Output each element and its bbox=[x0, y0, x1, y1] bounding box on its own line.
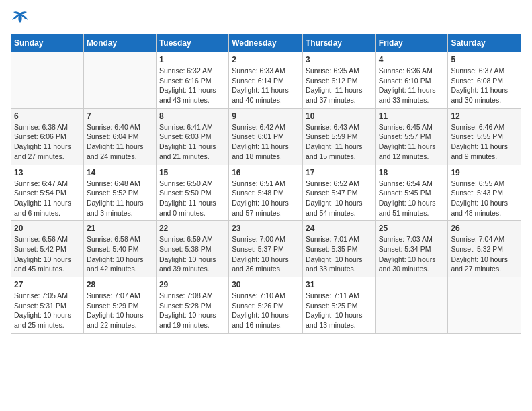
calendar-cell: 4 Sunrise: 6:36 AM Sunset: 6:10 PM Dayli… bbox=[375, 52, 448, 109]
sunset: Sunset: 5:43 PM bbox=[451, 189, 503, 197]
daylight: Daylight: 11 hours and 33 minutes. bbox=[379, 86, 436, 104]
sunset: Sunset: 5:32 PM bbox=[451, 245, 503, 253]
calendar-cell: 20 Sunrise: 6:56 AM Sunset: 5:42 PM Dayl… bbox=[11, 221, 84, 277]
calendar-week-row: 27 Sunrise: 7:05 AM Sunset: 5:31 PM Dayl… bbox=[11, 277, 521, 334]
day-number: 27 bbox=[14, 280, 81, 289]
sunrise: Sunrise: 6:47 AM bbox=[14, 179, 68, 187]
daylight: Daylight: 10 hours and 30 minutes. bbox=[379, 255, 436, 273]
sunset: Sunset: 6:12 PM bbox=[306, 77, 358, 85]
day-header: Saturday bbox=[448, 34, 521, 52]
calendar-table: SundayMondayTuesdayWednesdayThursdayFrid… bbox=[11, 34, 521, 334]
day-number: 5 bbox=[451, 55, 518, 64]
day-number: 26 bbox=[451, 224, 518, 233]
sunset: Sunset: 5:35 PM bbox=[306, 245, 358, 253]
calendar-cell: 10 Sunrise: 6:43 AM Sunset: 5:59 PM Dayl… bbox=[302, 108, 375, 165]
cell-content: Sunrise: 6:43 AM Sunset: 5:59 PM Dayligh… bbox=[306, 122, 373, 162]
day-number: 18 bbox=[379, 168, 445, 177]
daylight: Daylight: 11 hours and 30 minutes. bbox=[451, 86, 508, 104]
sunset: Sunset: 5:37 PM bbox=[232, 245, 284, 253]
sunset: Sunset: 5:45 PM bbox=[379, 189, 431, 197]
sunrise: Sunrise: 6:56 AM bbox=[14, 235, 68, 243]
daylight: Daylight: 10 hours and 42 minutes. bbox=[87, 255, 144, 273]
cell-content: Sunrise: 6:38 AM Sunset: 6:06 PM Dayligh… bbox=[14, 122, 81, 162]
daylight: Daylight: 11 hours and 0 minutes. bbox=[159, 199, 216, 217]
cell-content: Sunrise: 6:46 AM Sunset: 5:55 PM Dayligh… bbox=[451, 122, 518, 162]
logo bbox=[11, 11, 32, 26]
calendar-cell: 24 Sunrise: 7:01 AM Sunset: 5:35 PM Dayl… bbox=[302, 221, 375, 277]
sunset: Sunset: 6:03 PM bbox=[159, 132, 212, 140]
calendar-cell: 18 Sunrise: 6:54 AM Sunset: 5:45 PM Dayl… bbox=[375, 165, 448, 221]
calendar-cell: 15 Sunrise: 6:50 AM Sunset: 5:50 PM Dayl… bbox=[156, 165, 228, 221]
sunrise: Sunrise: 6:37 AM bbox=[451, 66, 504, 75]
cell-content: Sunrise: 6:50 AM Sunset: 5:50 PM Dayligh… bbox=[159, 179, 226, 218]
daylight: Daylight: 10 hours and 54 minutes. bbox=[306, 199, 363, 217]
cell-content: Sunrise: 7:03 AM Sunset: 5:34 PM Dayligh… bbox=[379, 234, 445, 274]
sunset: Sunset: 6:01 PM bbox=[232, 132, 284, 140]
cell-content: Sunrise: 6:56 AM Sunset: 5:42 PM Dayligh… bbox=[14, 234, 81, 274]
day-number: 7 bbox=[87, 111, 153, 121]
calendar-cell: 8 Sunrise: 6:41 AM Sunset: 6:03 PM Dayli… bbox=[156, 108, 228, 165]
sunrise: Sunrise: 6:46 AM bbox=[451, 123, 504, 131]
calendar-cell: 12 Sunrise: 6:46 AM Sunset: 5:55 PM Dayl… bbox=[448, 108, 521, 165]
day-number: 23 bbox=[232, 224, 300, 233]
calendar-cell: 11 Sunrise: 6:45 AM Sunset: 5:57 PM Dayl… bbox=[375, 108, 448, 165]
sunset: Sunset: 6:06 PM bbox=[14, 132, 66, 140]
calendar-cell: 13 Sunrise: 6:47 AM Sunset: 5:54 PM Dayl… bbox=[11, 165, 84, 221]
daylight: Daylight: 10 hours and 16 minutes. bbox=[232, 311, 289, 329]
cell-content: Sunrise: 7:07 AM Sunset: 5:29 PM Dayligh… bbox=[87, 291, 153, 330]
calendar-cell: 6 Sunrise: 6:38 AM Sunset: 6:06 PM Dayli… bbox=[11, 108, 84, 165]
day-number: 22 bbox=[159, 224, 226, 233]
daylight: Daylight: 11 hours and 15 minutes. bbox=[306, 142, 363, 161]
day-number: 14 bbox=[87, 168, 153, 177]
calendar-cell: 5 Sunrise: 6:37 AM Sunset: 6:08 PM Dayli… bbox=[448, 52, 521, 109]
day-number: 19 bbox=[451, 168, 518, 177]
day-header: Friday bbox=[375, 34, 448, 52]
sunrise: Sunrise: 6:51 AM bbox=[232, 179, 285, 187]
cell-content: Sunrise: 7:11 AM Sunset: 5:25 PM Dayligh… bbox=[306, 291, 373, 330]
calendar-cell: 27 Sunrise: 7:05 AM Sunset: 5:31 PM Dayl… bbox=[11, 277, 84, 334]
sunset: Sunset: 5:47 PM bbox=[306, 189, 358, 197]
cell-content: Sunrise: 6:52 AM Sunset: 5:47 PM Dayligh… bbox=[306, 179, 373, 218]
cell-content: Sunrise: 6:48 AM Sunset: 5:52 PM Dayligh… bbox=[87, 179, 153, 218]
day-number: 28 bbox=[87, 280, 153, 289]
calendar-cell: 14 Sunrise: 6:48 AM Sunset: 5:52 PM Dayl… bbox=[83, 165, 156, 221]
daylight: Daylight: 10 hours and 13 minutes. bbox=[306, 311, 363, 329]
day-number: 21 bbox=[87, 224, 153, 233]
calendar-cell: 26 Sunrise: 7:04 AM Sunset: 5:32 PM Dayl… bbox=[448, 221, 521, 277]
sunset: Sunset: 6:08 PM bbox=[451, 77, 503, 85]
cell-content: Sunrise: 7:01 AM Sunset: 5:35 PM Dayligh… bbox=[306, 234, 373, 274]
cell-content: Sunrise: 6:37 AM Sunset: 6:08 PM Dayligh… bbox=[451, 66, 518, 105]
calendar-cell: 2 Sunrise: 6:33 AM Sunset: 6:14 PM Dayli… bbox=[229, 52, 303, 109]
calendar-cell: 28 Sunrise: 7:07 AM Sunset: 5:29 PM Dayl… bbox=[83, 277, 156, 334]
daylight: Daylight: 11 hours and 43 minutes. bbox=[159, 86, 216, 104]
calendar-cell: 23 Sunrise: 7:00 AM Sunset: 5:37 PM Dayl… bbox=[229, 221, 303, 277]
day-header: Monday bbox=[83, 34, 156, 52]
sunrise: Sunrise: 6:45 AM bbox=[379, 123, 433, 131]
day-number: 11 bbox=[379, 111, 445, 121]
day-number: 15 bbox=[159, 168, 226, 177]
calendar-cell: 3 Sunrise: 6:35 AM Sunset: 6:12 PM Dayli… bbox=[302, 52, 375, 109]
sunset: Sunset: 5:38 PM bbox=[159, 245, 212, 253]
day-number: 17 bbox=[306, 168, 373, 177]
day-number: 24 bbox=[306, 224, 373, 233]
calendar-cell bbox=[375, 277, 448, 334]
day-number: 10 bbox=[306, 111, 373, 121]
cell-content: Sunrise: 7:00 AM Sunset: 5:37 PM Dayligh… bbox=[232, 234, 300, 274]
day-number: 2 bbox=[232, 55, 300, 64]
cell-content: Sunrise: 6:42 AM Sunset: 6:01 PM Dayligh… bbox=[232, 122, 300, 162]
daylight: Daylight: 10 hours and 27 minutes. bbox=[451, 255, 508, 273]
calendar-week-row: 6 Sunrise: 6:38 AM Sunset: 6:06 PM Dayli… bbox=[11, 108, 521, 165]
sunrise: Sunrise: 6:43 AM bbox=[306, 123, 359, 131]
sunrise: Sunrise: 7:05 AM bbox=[14, 291, 68, 300]
daylight: Daylight: 10 hours and 48 minutes. bbox=[451, 199, 508, 217]
day-number: 8 bbox=[159, 111, 226, 121]
daylight: Daylight: 10 hours and 36 minutes. bbox=[232, 255, 289, 273]
calendar-cell: 30 Sunrise: 7:10 AM Sunset: 5:26 PM Dayl… bbox=[229, 277, 303, 334]
sunrise: Sunrise: 6:58 AM bbox=[87, 235, 140, 243]
calendar-cell: 22 Sunrise: 6:59 AM Sunset: 5:38 PM Dayl… bbox=[156, 221, 228, 277]
calendar-header-row: SundayMondayTuesdayWednesdayThursdayFrid… bbox=[11, 34, 521, 52]
calendar-cell: 31 Sunrise: 7:11 AM Sunset: 5:25 PM Dayl… bbox=[302, 277, 375, 334]
sunrise: Sunrise: 6:52 AM bbox=[306, 179, 359, 187]
daylight: Daylight: 10 hours and 39 minutes. bbox=[159, 255, 216, 273]
sunset: Sunset: 5:40 PM bbox=[87, 245, 139, 253]
